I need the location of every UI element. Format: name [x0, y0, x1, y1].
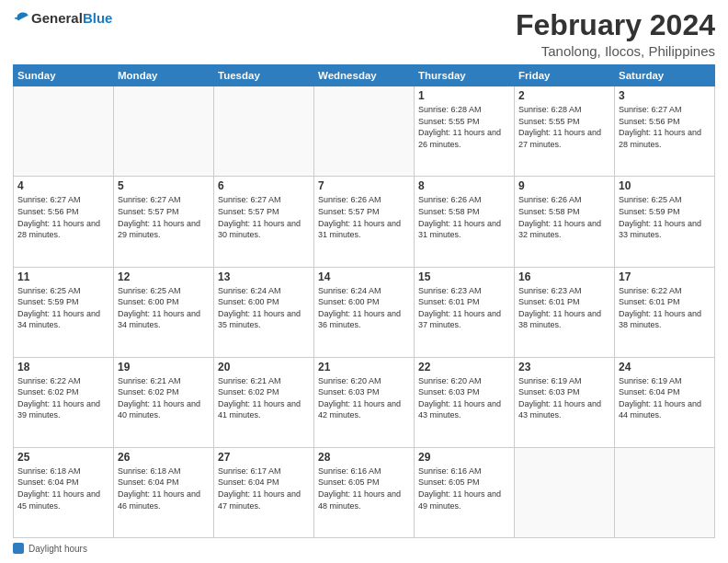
day-info: Sunrise: 6:20 AM Sunset: 6:03 PM Dayligh… — [318, 375, 410, 421]
day-info: Sunrise: 6:24 AM Sunset: 6:00 PM Dayligh… — [218, 285, 310, 331]
day-number: 22 — [418, 361, 510, 373]
day-number: 6 — [218, 179, 310, 192]
table-row: 2Sunrise: 6:28 AM Sunset: 5:55 PM Daylig… — [515, 86, 615, 177]
day-info: Sunrise: 6:21 AM Sunset: 6:02 PM Dayligh… — [218, 375, 310, 421]
col-saturday: Saturday — [615, 65, 715, 86]
calendar-table: Sunday Monday Tuesday Wednesday Thursday… — [13, 64, 715, 538]
day-number: 5 — [118, 179, 210, 192]
table-row — [314, 86, 415, 177]
col-wednesday: Wednesday — [314, 65, 415, 86]
day-number: 15 — [418, 270, 510, 283]
day-info: Sunrise: 6:27 AM Sunset: 5:56 PM Dayligh… — [17, 194, 109, 240]
day-info: Sunrise: 6:24 AM Sunset: 6:00 PM Dayligh… — [318, 285, 410, 331]
table-row: 20Sunrise: 6:21 AM Sunset: 6:02 PM Dayli… — [214, 357, 314, 447]
table-row: 7Sunrise: 6:26 AM Sunset: 5:57 PM Daylig… — [314, 177, 415, 267]
table-row — [515, 447, 615, 537]
day-info: Sunrise: 6:27 AM Sunset: 5:57 PM Dayligh… — [218, 194, 310, 240]
day-info: Sunrise: 6:20 AM Sunset: 6:03 PM Dayligh… — [418, 375, 510, 421]
table-row: 6Sunrise: 6:27 AM Sunset: 5:57 PM Daylig… — [214, 177, 314, 267]
day-number: 9 — [518, 179, 610, 192]
table-row: 10Sunrise: 6:25 AM Sunset: 5:59 PM Dayli… — [615, 177, 715, 267]
day-info: Sunrise: 6:19 AM Sunset: 6:04 PM Dayligh… — [619, 375, 711, 421]
calendar-title: February 2024 — [516, 9, 715, 41]
day-number: 17 — [619, 270, 711, 283]
day-info: Sunrise: 6:23 AM Sunset: 6:01 PM Dayligh… — [418, 285, 510, 331]
day-number: 16 — [518, 270, 610, 283]
day-info: Sunrise: 6:26 AM Sunset: 5:57 PM Dayligh… — [318, 194, 410, 240]
day-info: Sunrise: 6:17 AM Sunset: 6:04 PM Dayligh… — [218, 465, 310, 511]
day-number: 29 — [418, 451, 510, 464]
day-info: Sunrise: 6:25 AM Sunset: 5:59 PM Dayligh… — [17, 285, 109, 331]
day-number: 26 — [118, 451, 210, 464]
day-number: 18 — [17, 361, 109, 373]
day-info: Sunrise: 6:26 AM Sunset: 5:58 PM Dayligh… — [418, 194, 510, 240]
table-row: 19Sunrise: 6:21 AM Sunset: 6:02 PM Dayli… — [114, 357, 214, 447]
day-number: 27 — [218, 451, 310, 464]
table-row — [214, 86, 314, 177]
table-row: 29Sunrise: 6:16 AM Sunset: 6:05 PM Dayli… — [415, 447, 515, 537]
day-number: 2 — [518, 89, 610, 102]
calendar-week-3: 11Sunrise: 6:25 AM Sunset: 5:59 PM Dayli… — [14, 267, 715, 357]
table-row: 8Sunrise: 6:26 AM Sunset: 5:58 PM Daylig… — [415, 177, 515, 267]
table-row: 14Sunrise: 6:24 AM Sunset: 6:00 PM Dayli… — [314, 267, 415, 357]
day-info: Sunrise: 6:28 AM Sunset: 5:55 PM Dayligh… — [418, 104, 510, 150]
table-row — [615, 447, 715, 537]
header: GeneralBlue February 2024 Tanolong, Iloc… — [13, 9, 715, 59]
day-number: 21 — [318, 361, 410, 373]
table-row — [14, 86, 114, 177]
col-monday: Monday — [114, 65, 214, 86]
day-info: Sunrise: 6:18 AM Sunset: 6:04 PM Dayligh… — [118, 465, 210, 511]
table-row: 11Sunrise: 6:25 AM Sunset: 5:59 PM Dayli… — [14, 267, 114, 357]
logo-general: General — [31, 10, 83, 26]
day-info: Sunrise: 6:22 AM Sunset: 6:02 PM Dayligh… — [17, 375, 109, 421]
day-number: 19 — [118, 361, 210, 373]
day-info: Sunrise: 6:27 AM Sunset: 5:56 PM Dayligh… — [619, 104, 711, 150]
day-info: Sunrise: 6:27 AM Sunset: 5:57 PM Dayligh… — [118, 194, 210, 240]
table-row: 21Sunrise: 6:20 AM Sunset: 6:03 PM Dayli… — [314, 357, 415, 447]
table-row: 12Sunrise: 6:25 AM Sunset: 6:00 PM Dayli… — [114, 267, 214, 357]
day-number: 24 — [619, 361, 711, 373]
table-row: 18Sunrise: 6:22 AM Sunset: 6:02 PM Dayli… — [14, 357, 114, 447]
footer: Daylight hours — [13, 543, 715, 554]
logo: GeneralBlue — [13, 9, 112, 28]
calendar-week-2: 4Sunrise: 6:27 AM Sunset: 5:56 PM Daylig… — [14, 177, 715, 267]
table-row: 16Sunrise: 6:23 AM Sunset: 6:01 PM Dayli… — [515, 267, 615, 357]
table-row: 3Sunrise: 6:27 AM Sunset: 5:56 PM Daylig… — [615, 86, 715, 177]
table-row: 27Sunrise: 6:17 AM Sunset: 6:04 PM Dayli… — [214, 447, 314, 537]
day-info: Sunrise: 6:21 AM Sunset: 6:02 PM Dayligh… — [118, 375, 210, 421]
calendar-week-4: 18Sunrise: 6:22 AM Sunset: 6:02 PM Dayli… — [14, 357, 715, 447]
day-number: 12 — [118, 270, 210, 283]
day-info: Sunrise: 6:18 AM Sunset: 6:04 PM Dayligh… — [17, 465, 109, 511]
table-row — [114, 86, 214, 177]
day-number: 10 — [619, 179, 711, 192]
day-number: 11 — [17, 270, 109, 283]
day-info: Sunrise: 6:16 AM Sunset: 6:05 PM Dayligh… — [418, 465, 510, 511]
day-number: 8 — [418, 179, 510, 192]
day-info: Sunrise: 6:25 AM Sunset: 5:59 PM Dayligh… — [619, 194, 711, 240]
day-number: 13 — [218, 270, 310, 283]
day-number: 4 — [17, 179, 109, 192]
day-number: 3 — [619, 89, 711, 102]
footer-dot — [13, 543, 24, 554]
day-number: 28 — [318, 451, 410, 464]
day-info: Sunrise: 6:19 AM Sunset: 6:03 PM Dayligh… — [518, 375, 610, 421]
logo-blue: Blue — [83, 10, 113, 26]
col-sunday: Sunday — [14, 65, 114, 86]
day-number: 14 — [318, 270, 410, 283]
logo-bird-icon — [13, 9, 31, 28]
table-row: 15Sunrise: 6:23 AM Sunset: 6:01 PM Dayli… — [415, 267, 515, 357]
day-info: Sunrise: 6:16 AM Sunset: 6:05 PM Dayligh… — [318, 465, 410, 511]
table-row: 9Sunrise: 6:26 AM Sunset: 5:58 PM Daylig… — [515, 177, 615, 267]
day-info: Sunrise: 6:28 AM Sunset: 5:55 PM Dayligh… — [518, 104, 610, 150]
day-number: 7 — [318, 179, 410, 192]
day-info: Sunrise: 6:26 AM Sunset: 5:58 PM Dayligh… — [518, 194, 610, 240]
table-row: 1Sunrise: 6:28 AM Sunset: 5:55 PM Daylig… — [415, 86, 515, 177]
day-number: 25 — [17, 451, 109, 464]
day-number: 1 — [418, 89, 510, 102]
day-info: Sunrise: 6:25 AM Sunset: 6:00 PM Dayligh… — [118, 285, 210, 331]
header-row: Sunday Monday Tuesday Wednesday Thursday… — [14, 65, 715, 86]
calendar-week-1: 1Sunrise: 6:28 AM Sunset: 5:55 PM Daylig… — [14, 86, 715, 177]
table-row: 25Sunrise: 6:18 AM Sunset: 6:04 PM Dayli… — [14, 447, 114, 537]
table-row: 26Sunrise: 6:18 AM Sunset: 6:04 PM Dayli… — [114, 447, 214, 537]
table-row: 28Sunrise: 6:16 AM Sunset: 6:05 PM Dayli… — [314, 447, 415, 537]
